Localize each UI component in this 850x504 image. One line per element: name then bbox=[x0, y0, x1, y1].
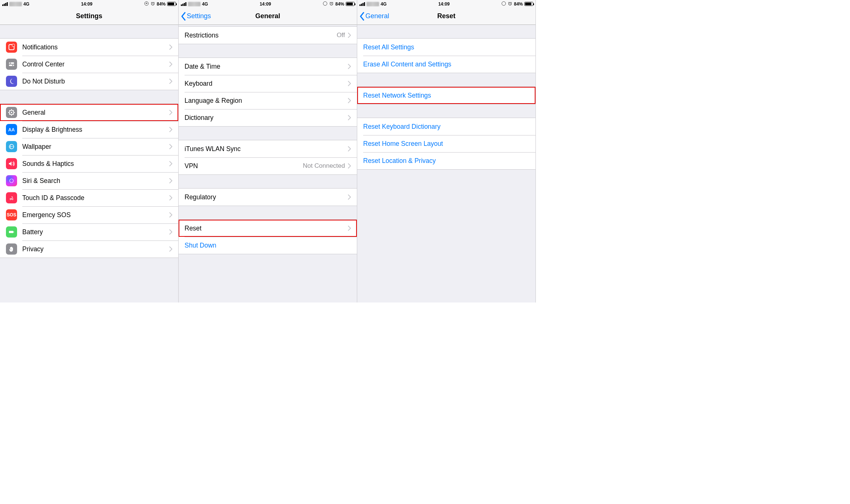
network-label: 4G bbox=[23, 1, 29, 7]
svg-line-16 bbox=[9, 110, 10, 111]
battery-percent: 84% bbox=[157, 1, 166, 7]
row-label: Reset Location & Privacy bbox=[363, 157, 530, 165]
alarm-icon bbox=[508, 1, 512, 7]
chevron-right-icon bbox=[169, 195, 172, 200]
signal-icon bbox=[181, 2, 186, 6]
svg-rect-24 bbox=[14, 232, 14, 232]
reset-screen: 4G 14:09 84% General Reset Reset All Set… bbox=[357, 0, 536, 302]
svg-point-25 bbox=[323, 1, 327, 5]
row-vpn[interactable]: VPN Not Connected bbox=[179, 157, 357, 174]
row-label: Do Not Disturb bbox=[22, 78, 169, 85]
svg-line-17 bbox=[13, 114, 14, 115]
row-dictionary[interactable]: Dictionary bbox=[179, 109, 357, 126]
row-notifications[interactable]: Notifications bbox=[0, 39, 178, 56]
row-label: VPN bbox=[185, 162, 303, 170]
row-sounds-haptics[interactable]: Sounds & Haptics bbox=[0, 155, 178, 172]
row-reset-network-settings[interactable]: Reset Network Settings bbox=[357, 87, 535, 104]
row-label: iTunes WLAN Sync bbox=[185, 145, 348, 153]
row-restrictions[interactable]: Restrictions Off bbox=[179, 27, 357, 44]
back-label: General bbox=[365, 12, 389, 20]
chevron-right-icon bbox=[169, 62, 172, 67]
chevron-right-icon bbox=[169, 212, 172, 217]
row-reset-home-screen-layout[interactable]: Reset Home Screen Layout bbox=[357, 135, 535, 152]
network-label: 4G bbox=[381, 1, 387, 7]
row-label: Battery bbox=[22, 228, 169, 236]
chevron-right-icon bbox=[348, 163, 351, 168]
back-label: Settings bbox=[187, 12, 211, 20]
chevron-right-icon bbox=[169, 79, 172, 84]
row-privacy[interactable]: Privacy bbox=[0, 240, 178, 258]
row-reset[interactable]: Reset bbox=[179, 220, 357, 237]
svg-line-18 bbox=[9, 114, 10, 115]
row-detail: Off bbox=[337, 32, 345, 39]
chevron-right-icon bbox=[348, 81, 351, 86]
clock: 14:09 bbox=[438, 1, 450, 7]
row-label: Touch ID & Passcode bbox=[22, 194, 169, 202]
row-label: Reset All Settings bbox=[363, 43, 530, 51]
battery-icon bbox=[524, 2, 533, 6]
svg-text:AA: AA bbox=[8, 127, 15, 132]
back-button[interactable]: Settings bbox=[179, 12, 211, 21]
row-reset-location-privacy[interactable]: Reset Location & Privacy bbox=[357, 152, 535, 169]
nav-bar: General Reset bbox=[357, 8, 535, 25]
svg-point-26 bbox=[502, 1, 505, 5]
sos-icon: SOS bbox=[6, 209, 17, 220]
battery-percent: 84% bbox=[335, 1, 344, 7]
carrier-blur bbox=[9, 2, 22, 6]
row-erase-all[interactable]: Erase All Content and Settings bbox=[357, 56, 535, 73]
row-display-brightness[interactable]: AA Display & Brightness bbox=[0, 121, 178, 138]
chevron-right-icon bbox=[169, 229, 172, 235]
signal-icon bbox=[359, 2, 365, 6]
chevron-right-icon bbox=[169, 161, 172, 166]
row-keyboard[interactable]: Keyboard bbox=[179, 75, 357, 92]
clock: 14:09 bbox=[81, 1, 92, 7]
row-language-region[interactable]: Language & Region bbox=[179, 92, 357, 109]
row-label: Sounds & Haptics bbox=[22, 160, 169, 168]
hand-icon bbox=[6, 243, 17, 255]
fingerprint-icon bbox=[6, 192, 17, 203]
row-itunes-wlan-sync[interactable]: iTunes WLAN Sync bbox=[179, 140, 357, 157]
status-bar: 4G 14:09 84% bbox=[0, 0, 178, 8]
row-wallpaper[interactable]: Wallpaper bbox=[0, 138, 178, 155]
row-do-not-disturb[interactable]: Do Not Disturb bbox=[0, 73, 178, 90]
row-siri-search[interactable]: Siri & Search bbox=[0, 172, 178, 189]
row-label: Reset Home Screen Layout bbox=[363, 140, 530, 148]
carrier-blur bbox=[367, 2, 379, 6]
row-reset-all-settings[interactable]: Reset All Settings bbox=[357, 39, 535, 56]
row-label: Regulatory bbox=[185, 193, 348, 201]
chevron-right-icon bbox=[348, 64, 351, 69]
network-label: 4G bbox=[202, 1, 208, 7]
row-label: Wallpaper bbox=[22, 143, 169, 151]
row-shut-down[interactable]: Shut Down bbox=[179, 237, 357, 254]
carrier-blur bbox=[188, 2, 201, 6]
row-battery[interactable]: Battery bbox=[0, 223, 178, 240]
svg-point-9 bbox=[12, 65, 13, 66]
row-general[interactable]: General bbox=[0, 104, 178, 121]
row-reset-keyboard-dictionary[interactable]: Reset Keyboard Dictionary bbox=[357, 118, 535, 135]
speaker-icon bbox=[6, 158, 17, 169]
row-label: Reset Network Settings bbox=[363, 92, 530, 99]
row-touch-id-passcode[interactable]: Touch ID & Passcode bbox=[0, 189, 178, 206]
battery-percent: 84% bbox=[514, 1, 523, 7]
chevron-right-icon bbox=[348, 194, 351, 200]
nav-bar: Settings General bbox=[179, 8, 357, 25]
row-label: Dictionary bbox=[185, 114, 348, 122]
chevron-right-icon bbox=[348, 33, 351, 38]
lock-orientation-icon bbox=[144, 1, 149, 7]
battery-icon bbox=[167, 2, 176, 6]
page-title: Settings bbox=[0, 12, 178, 20]
back-button[interactable]: General bbox=[357, 12, 389, 21]
alarm-icon bbox=[329, 1, 334, 7]
moon-icon bbox=[6, 76, 17, 87]
chevron-right-icon bbox=[169, 127, 172, 132]
row-date-time[interactable]: Date & Time bbox=[179, 58, 357, 75]
row-regulatory[interactable]: Regulatory bbox=[179, 189, 357, 206]
svg-point-8 bbox=[10, 62, 11, 63]
control-center-icon bbox=[6, 59, 17, 70]
row-label: Language & Region bbox=[185, 97, 348, 105]
row-emergency-sos[interactable]: SOS Emergency SOS bbox=[0, 206, 178, 223]
row-label: General bbox=[22, 109, 169, 117]
row-label: Erase All Content and Settings bbox=[363, 60, 530, 68]
row-control-center[interactable]: Control Center bbox=[0, 56, 178, 73]
gear-icon bbox=[6, 107, 17, 118]
